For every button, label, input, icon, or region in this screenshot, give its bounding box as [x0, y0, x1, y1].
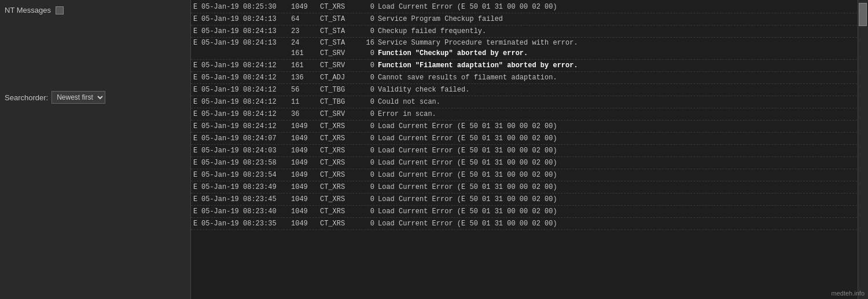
list-item: E05-Jan-19 08:24:1323CT_STA0Checkup fail… [191, 25, 866, 38]
list-item: E05-Jan-19 08:24:1324CT_STA16Service Sum… [191, 38, 866, 60]
entry-code: 1049 [291, 158, 320, 168]
entry-type: E [191, 158, 201, 168]
list-item: E05-Jan-19 08:24:1256CT_TBG0Validity che… [191, 84, 866, 96]
entry-datetime: 05-Jan-19 08:23:35 [201, 218, 291, 229]
entry-code: 64 [291, 14, 320, 24]
entry-code: 23 [291, 26, 320, 37]
entry-message: Load Current Error (E 50 01 31 00 00 02 … [378, 2, 866, 12]
entry-code: 1049 [291, 133, 320, 144]
entry-code: 1049 [291, 218, 320, 229]
entry-datetime: 05-Jan-19 08:24:12 [201, 97, 291, 107]
list-item: E05-Jan-19 08:23:451049CT_XRS0Load Curre… [191, 194, 866, 206]
searchorder-select[interactable]: Newest first Oldest first [52, 91, 105, 104]
entry-message: Service Summary Procedure terminated wit… [378, 38, 866, 48]
entry-datetime: 05-Jan-19 08:23:54 [201, 170, 291, 180]
entry-message: Function "Filament adaptation" aborted b… [378, 60, 866, 71]
entry-num: 0 [358, 170, 378, 180]
entry-source: CT_XRS [320, 182, 358, 192]
entry-message: Load Current Error (E 50 01 31 00 00 02 … [378, 133, 866, 144]
entry-type: E [191, 85, 201, 95]
entry-code: 11 [291, 97, 320, 107]
entry-source: CT_XRS [320, 133, 358, 144]
entry-message: Load Current Error (E 50 01 31 00 00 02 … [378, 206, 866, 217]
entry-source: CT_SRV [320, 60, 358, 71]
entry-code: 1049 [291, 2, 320, 12]
entry-code: 56 [291, 85, 320, 95]
entry-message2: Function "Checkup" aborted by error. [378, 48, 866, 59]
entry-code: 36 [291, 109, 320, 119]
entry-num: 0 [358, 158, 378, 168]
list-item: E05-Jan-19 08:24:1211CT_TBG0Could not sc… [191, 96, 866, 108]
entry-datetime: 05-Jan-19 08:23:58 [201, 158, 291, 168]
list-item: E05-Jan-19 08:23:491049CT_XRS0Load Curre… [191, 181, 866, 194]
list-item: E05-Jan-19 08:23:401049CT_XRS0Load Curre… [191, 206, 866, 218]
entry-datetime: 05-Jan-19 08:24:12 [201, 60, 291, 71]
entry-message: Load Current Error (E 50 01 31 00 00 02 … [378, 194, 866, 205]
entry-num: 0 [358, 194, 378, 205]
entry-message: Load Current Error (E 50 01 31 00 00 02 … [378, 121, 866, 132]
entry-num: 0 [358, 206, 378, 217]
list-item: E05-Jan-19 08:24:1364CT_STA0Service Prog… [191, 13, 866, 25]
entry-source: CT_TBG [320, 97, 358, 107]
entry-message: Error in scan. [378, 109, 866, 119]
entry-num2: 0 [358, 48, 378, 59]
entry-source: CT_STA [320, 26, 358, 37]
entry-source: CT_TBG [320, 85, 358, 95]
list-item: E05-Jan-19 08:23:581049CT_XRS0Load Curre… [191, 157, 866, 169]
entry-message: Load Current Error (E 50 01 31 00 00 02 … [378, 170, 866, 180]
searchorder-row: Searchorder: Newest first Oldest first [5, 91, 186, 104]
entry-type: E [191, 170, 201, 180]
entry-num: 0 [358, 182, 378, 192]
entry-source: CT_XRS [320, 158, 358, 168]
entry-source2: CT_SRV [320, 48, 358, 59]
entry-type: E [191, 14, 201, 24]
entry-datetime: 05-Jan-19 08:23:49 [201, 182, 291, 192]
entry-type: E [191, 206, 201, 217]
list-item: E05-Jan-19 08:24:121049CT_XRS0Load Curre… [191, 121, 866, 133]
entry-num: 0 [358, 72, 378, 83]
entry-source: CT_STA [320, 14, 358, 24]
nt-messages-checkbox[interactable] [56, 6, 64, 14]
list-item: E05-Jan-19 08:25:301049CT_XRS0Load Curre… [191, 1, 866, 13]
entry-num: 0 [358, 145, 378, 156]
entry-source: CT_XRS [320, 145, 358, 156]
entry-type: E [191, 145, 201, 156]
entry-num: 0 [358, 2, 378, 12]
entry-code: 1049 [291, 170, 320, 180]
entry-type: E [191, 26, 201, 37]
entry-type: E [191, 97, 201, 107]
entry-type: E [191, 133, 201, 144]
entry-num: 0 [358, 14, 378, 24]
entry-source: CT_XRS [320, 121, 358, 132]
scrollbar-thumb[interactable] [859, 3, 867, 26]
entry-num: 0 [358, 60, 378, 71]
entry-message: Cannot save results of filament adaptati… [378, 72, 866, 83]
entry-datetime: 05-Jan-19 08:24:12 [201, 121, 291, 132]
list-item: E05-Jan-19 08:24:031049CT_XRS0Load Curre… [191, 145, 866, 157]
list-item: E05-Jan-19 08:24:12136CT_ADJ0Cannot save… [191, 72, 866, 84]
entry-message: Service Program Checkup failed [378, 14, 866, 24]
entry-num: 0 [358, 109, 378, 119]
entry-message: Validity check failed. [378, 85, 866, 95]
entry-message: Could not scan. [378, 97, 866, 107]
entry-datetime: 05-Jan-19 08:24:13 [201, 38, 291, 48]
entry-type: E [191, 60, 201, 71]
entry-source: CT_SRV [320, 109, 358, 119]
list-item: E05-Jan-19 08:23:541049CT_XRS0Load Curre… [191, 169, 866, 181]
main-content: E05-Jan-19 08:25:301049CT_XRS0Load Curre… [191, 0, 868, 299]
searchorder-label: Searchorder: [5, 93, 48, 102]
log-container: E05-Jan-19 08:25:301049CT_XRS0Load Curre… [191, 0, 868, 231]
list-item: E05-Jan-19 08:23:351049CT_XRS0Load Curre… [191, 218, 866, 230]
entry-datetime: 05-Jan-19 08:24:03 [201, 145, 291, 156]
entry-datetime: 05-Jan-19 08:24:07 [201, 133, 291, 144]
entry-type: E [191, 182, 201, 192]
entry-type: E [191, 109, 201, 119]
entry-num: 0 [358, 121, 378, 132]
list-item: E05-Jan-19 08:24:12161CT_SRV0Function "F… [191, 60, 866, 72]
entry-num: 0 [358, 133, 378, 144]
entry-code: 161 [291, 60, 320, 71]
sidebar: NT Messages Searchorder: Newest first Ol… [0, 0, 191, 299]
entry-datetime: 05-Jan-19 08:23:45 [201, 194, 291, 205]
entry-type: E [191, 2, 201, 12]
scrollbar[interactable] [858, 0, 868, 299]
